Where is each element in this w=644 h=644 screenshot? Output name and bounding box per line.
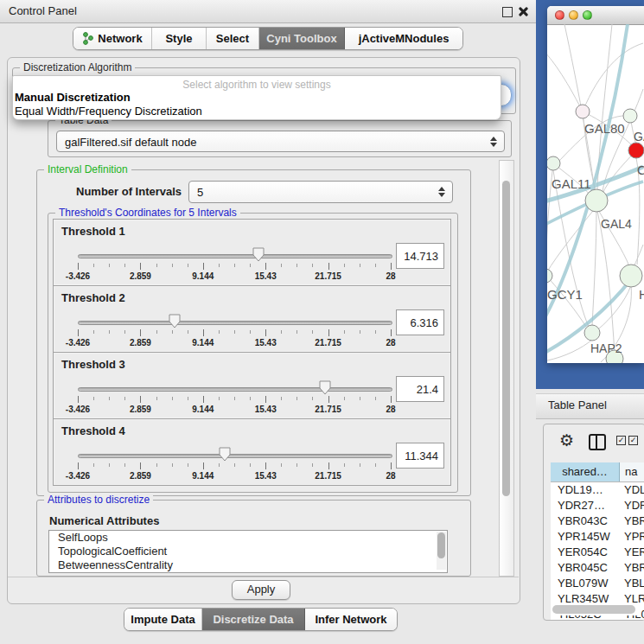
scrollbar-thumb[interactable] (552, 605, 635, 614)
node-hap2[interactable] (584, 325, 600, 341)
node-gal80[interactable] (576, 105, 590, 118)
slider-thumb[interactable] (169, 314, 181, 328)
threshold-2-slider[interactable]: -3.4262.8599.14415.4321.71528 (78, 316, 391, 348)
threshold-1-value-field[interactable]: 14.713 (396, 243, 444, 269)
list-item[interactable]: SelfLoops (49, 531, 447, 545)
tab-infer-network[interactable]: Infer Network (305, 609, 397, 630)
table-row[interactable]: YDR27…YDR2 (551, 498, 644, 513)
slider-tick-labels: -3.4262.8599.14415.4321.71528 (78, 405, 391, 414)
column-header-name[interactable]: na (620, 462, 644, 481)
slider-thumb[interactable] (219, 447, 231, 462)
network-graph-canvas[interactable]: GAL80 GA C GAL11 GAL4 GCY1 H HAP2 (547, 24, 644, 363)
node-label: GCY1 (547, 287, 583, 302)
table-horizontal-scrollbar[interactable] (551, 604, 639, 615)
table-data-group: Table Data galFiltered.sif default node (48, 120, 512, 157)
node-partial-right[interactable] (620, 265, 642, 287)
threshold-3-label: Threshold 3 (61, 358, 125, 371)
number-of-intervals-combobox[interactable]: 5 (188, 181, 453, 203)
close-traffic-light-icon[interactable] (555, 10, 564, 20)
table-row[interactable]: YBR045CYBR0 (551, 560, 644, 576)
node-gal4[interactable] (585, 189, 608, 212)
algorithm-option-equal-width[interactable]: Equal Width/Frequency Discretization (15, 105, 202, 118)
slider-thumb[interactable] (319, 380, 331, 395)
node-gcy1[interactable] (547, 269, 552, 283)
tab-jactivemnodules[interactable]: jActiveMNodules (345, 28, 462, 49)
threshold-3-panel: Threshold 3 -3.4262.8599.14415.4321.7152… (53, 352, 451, 419)
node-attribute-table[interactable]: shared… na YDL19…YDL1 YDR27…YDR2 YBR043C… (551, 462, 644, 621)
number-of-intervals-value: 5 (197, 186, 203, 199)
divider (8, 577, 519, 577)
table-header-row: shared… na (551, 462, 644, 482)
numerical-attributes-label: Numerical Attributes (49, 514, 159, 527)
tab-network[interactable]: Network (73, 28, 152, 49)
list-item[interactable]: TopologicalCoefficient (49, 545, 447, 558)
close-icon[interactable] (519, 7, 527, 16)
scrollbar-thumb[interactable] (502, 181, 510, 496)
tab-discretize-data[interactable]: Discretize Data (202, 609, 305, 630)
threshold-1-label: Threshold 1 (61, 225, 125, 238)
network-window-titlebar[interactable] (547, 6, 644, 25)
algorithm-option-manual[interactable]: Manual Discretization (15, 91, 131, 104)
slider-tick-labels: -3.4262.8599.14415.4321.71528 (78, 338, 391, 348)
table-row[interactable]: YBR043CYBR0 (551, 513, 644, 529)
minimize-traffic-light-icon[interactable] (569, 10, 578, 20)
panel-scrollbar[interactable] (499, 160, 514, 577)
threshold-4-label: Threshold 4 (61, 424, 125, 437)
table-data-combobox[interactable]: galFiltered.sif default node (56, 131, 505, 152)
attributes-legend: Attributes to discretize (44, 494, 153, 506)
tab-select-label: Select (216, 32, 249, 45)
float-window-icon[interactable] (502, 7, 513, 17)
slider-ticks (78, 329, 391, 337)
slider-tick-labels: -3.4262.8599.14415.4321.71528 (78, 271, 391, 281)
slider-thumb[interactable] (252, 247, 265, 262)
node-label: GAL4 (601, 217, 632, 231)
algorithm-dropdown-popup: Select algorithm to view settings Manual… (12, 75, 501, 120)
slider-track[interactable] (78, 454, 392, 458)
algorithm-hint: Select algorithm to view settings (13, 79, 501, 91)
slider-track[interactable] (78, 254, 392, 258)
network-view-window[interactable]: GAL80 GA C GAL11 GAL4 GCY1 H HAP2 (547, 6, 644, 363)
stepper-arrows-icon (490, 137, 498, 147)
threshold-1-panel: Threshold 1 -3.4262.8599.14415.4321.7152… (53, 219, 451, 286)
tab-discretize-data-label: Discretize Data (213, 613, 293, 626)
tab-network-label: Network (98, 32, 142, 45)
column-header-shared[interactable]: shared… (551, 462, 620, 481)
threshold-1-slider[interactable]: -3.4262.8599.14415.4321.71528 (78, 249, 391, 282)
checkbox-icon[interactable]: ✓ (628, 436, 638, 445)
threshold-3-value-field[interactable]: 21.4 (396, 376, 444, 402)
slider-tick-labels: -3.4262.8599.14415.4321.71528 (78, 471, 391, 481)
node-red-selected[interactable] (628, 143, 644, 158)
node-partial-top[interactable] (623, 109, 637, 123)
slider-ticks (78, 263, 391, 271)
tab-select[interactable]: Select (207, 28, 259, 49)
tab-style[interactable]: Style (152, 28, 207, 49)
threshold-4-value-field[interactable]: 11.344 (396, 443, 444, 469)
table-row[interactable]: YER054CYER0 (551, 545, 644, 560)
top-tab-bar: Network Style Select Cyni Toolbox jActiv… (73, 27, 463, 50)
checkbox-icon[interactable]: ✓ (616, 436, 626, 445)
column-layout-icon[interactable] (589, 434, 606, 450)
slider-track[interactable] (78, 387, 392, 392)
tab-cyni-toolbox[interactable]: Cyni Toolbox (259, 28, 345, 49)
threshold-2-value-field[interactable]: 6.316 (396, 309, 444, 335)
control-panel-titlebar: Control Panel (0, 0, 536, 23)
tab-impute-data[interactable]: Impute Data (124, 609, 202, 630)
gear-icon[interactable]: ⚙ (559, 430, 574, 450)
threshold-4-panel: Threshold 4 -3.4262.8599.14415.4321.7152… (53, 418, 451, 486)
slider-track[interactable] (78, 321, 392, 325)
list-item[interactable]: BetweennessCentrality (49, 558, 447, 572)
tab-impute-data-label: Impute Data (131, 613, 194, 626)
numerical-attributes-list[interactable]: SelfLoops TopologicalCoefficient Between… (48, 530, 448, 573)
list-scrollbar[interactable] (437, 532, 446, 570)
zoom-traffic-light-icon[interactable] (583, 10, 592, 20)
threshold-2-label: Threshold 2 (61, 291, 125, 304)
table-data-value: galFiltered.sif default node (65, 135, 196, 148)
apply-button[interactable]: Apply (232, 580, 290, 600)
table-row[interactable]: YBL079WYBL0 (551, 576, 644, 591)
threshold-3-slider[interactable]: -3.4262.8599.14415.4321.71528 (78, 382, 391, 415)
table-row[interactable]: YPR145WYPR1 (551, 529, 644, 545)
threshold-4-slider[interactable]: -3.4262.8599.14415.4321.71528 (78, 449, 391, 481)
node-label: H (639, 287, 644, 302)
node-gal11[interactable] (547, 156, 560, 170)
table-row[interactable]: YDL19…YDL1 (551, 482, 644, 498)
